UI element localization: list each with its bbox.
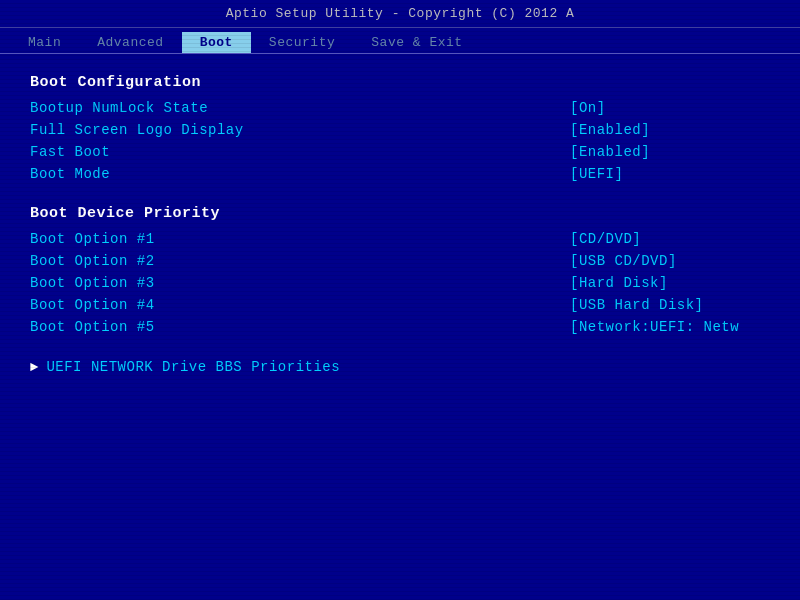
tab-boot[interactable]: Boot — [182, 32, 251, 53]
tab-security[interactable]: Security — [251, 32, 353, 53]
title-bar: Aptio Setup Utility - Copyright (C) 2012… — [0, 0, 800, 28]
boot-configuration-header: Boot Configuration — [30, 74, 770, 91]
spacer-2 — [30, 338, 770, 352]
boot-device-priority-header: Boot Device Priority — [30, 205, 770, 222]
boot-option-3-label: Boot Option #3 — [30, 275, 350, 291]
fast-boot-value: [Enabled] — [570, 144, 770, 160]
uefi-network-label: UEFI NETWORK Drive BBS Priorities — [46, 359, 340, 375]
numlock-value: [On] — [570, 100, 770, 116]
boot-option-2-label: Boot Option #2 — [30, 253, 350, 269]
boot-option-2-value: [USB CD/DVD] — [570, 253, 770, 269]
tab-main[interactable]: Main — [10, 32, 79, 53]
numlock-row[interactable]: Bootup NumLock State [On] — [30, 97, 770, 119]
boot-option-5-row[interactable]: Boot Option #5 [Network:UEFI: Netw — [30, 316, 770, 338]
boot-option-3-row[interactable]: Boot Option #3 [Hard Disk] — [30, 272, 770, 294]
numlock-label: Bootup NumLock State — [30, 100, 350, 116]
boot-option-1-row[interactable]: Boot Option #1 [CD/DVD] — [30, 228, 770, 250]
bios-screen: Aptio Setup Utility - Copyright (C) 2012… — [0, 0, 800, 600]
arrow-right-icon: ► — [30, 359, 38, 375]
boot-option-5-value: [Network:UEFI: Netw — [570, 319, 770, 335]
logo-display-label: Full Screen Logo Display — [30, 122, 350, 138]
boot-option-4-label: Boot Option #4 — [30, 297, 350, 313]
logo-display-value: [Enabled] — [570, 122, 770, 138]
tab-save-exit[interactable]: Save & Exit — [353, 32, 480, 53]
boot-mode-label: Boot Mode — [30, 166, 350, 182]
boot-mode-value: [UEFI] — [570, 166, 770, 182]
spacer-1 — [30, 185, 770, 199]
main-content: Boot Configuration Bootup NumLock State … — [0, 54, 800, 388]
boot-option-4-value: [USB Hard Disk] — [570, 297, 770, 313]
fast-boot-row[interactable]: Fast Boot [Enabled] — [30, 141, 770, 163]
title-text: Aptio Setup Utility - Copyright (C) 2012… — [226, 6, 575, 21]
tab-advanced[interactable]: Advanced — [79, 32, 181, 53]
boot-option-1-label: Boot Option #1 — [30, 231, 350, 247]
boot-option-1-value: [CD/DVD] — [570, 231, 770, 247]
boot-option-2-row[interactable]: Boot Option #2 [USB CD/DVD] — [30, 250, 770, 272]
nav-tabs: Main Advanced Boot Security Save & Exit — [0, 28, 800, 54]
uefi-network-item[interactable]: ► UEFI NETWORK Drive BBS Priorities — [30, 356, 770, 378]
boot-option-5-label: Boot Option #5 — [30, 319, 350, 335]
boot-mode-row[interactable]: Boot Mode [UEFI] — [30, 163, 770, 185]
logo-display-row[interactable]: Full Screen Logo Display [Enabled] — [30, 119, 770, 141]
boot-option-3-value: [Hard Disk] — [570, 275, 770, 291]
fast-boot-label: Fast Boot — [30, 144, 350, 160]
boot-option-4-row[interactable]: Boot Option #4 [USB Hard Disk] — [30, 294, 770, 316]
